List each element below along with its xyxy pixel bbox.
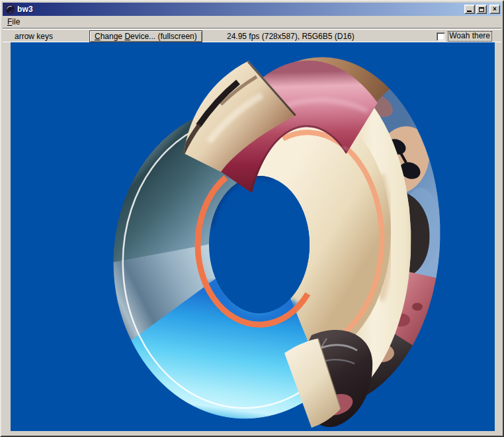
- window-title: bw3: [17, 5, 464, 14]
- render-viewport[interactable]: [11, 42, 495, 431]
- woah-there-checkbox[interactable]: Woah there: [437, 31, 492, 42]
- fps-stats: 24.95 fps (728x587), R5G6B5 (D16): [227, 32, 355, 41]
- checkbox-box-icon[interactable]: [437, 32, 445, 41]
- title-bar[interactable]: bw3 ×: [3, 3, 501, 16]
- app-icon: [5, 4, 15, 15]
- arrow-keys-hint: arrow keys: [15, 32, 53, 41]
- window-controls: ×: [464, 5, 500, 14]
- maximize-button[interactable]: [476, 5, 487, 14]
- minimize-icon: [467, 11, 472, 12]
- maximize-icon: [479, 7, 484, 12]
- change-device-button[interactable]: Change Device... (fullscreen): [89, 30, 202, 42]
- menu-item-file[interactable]: File: [3, 16, 24, 28]
- render-scene: [11, 42, 495, 431]
- close-icon: ×: [493, 6, 497, 13]
- checkbox-label[interactable]: Woah there: [448, 31, 492, 42]
- toolbar: arrow keys Change Device... (fullscreen)…: [3, 29, 501, 42]
- app-window: bw3 × File arrow keys Change Device... (…: [0, 0, 504, 437]
- close-button[interactable]: ×: [489, 5, 500, 14]
- minimize-button[interactable]: [464, 5, 475, 14]
- menu-bar: File: [3, 16, 501, 28]
